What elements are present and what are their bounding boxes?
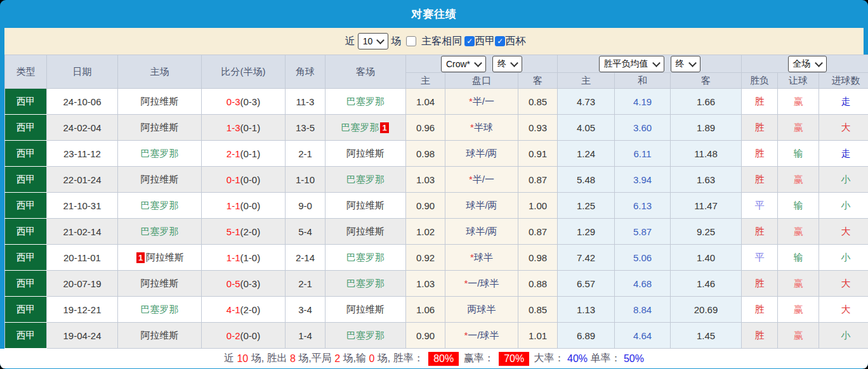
home-team-cell[interactable]: 阿拉维斯 bbox=[118, 167, 202, 193]
date-cell: 21-02-14 bbox=[47, 219, 118, 245]
summary-badge: 70% bbox=[499, 352, 529, 366]
handicap-home-odds-cell: 1.06 bbox=[406, 297, 445, 323]
score-cell: 2-1(0-1) bbox=[202, 141, 286, 167]
home-team-cell[interactable]: 阿拉维斯 bbox=[118, 115, 202, 141]
corners-cell: 1-10 bbox=[286, 167, 326, 193]
away-team-cell[interactable]: 巴塞罗那 bbox=[326, 245, 406, 271]
mean-draw-odds-cell: 5.87 bbox=[615, 219, 671, 245]
handicap-result-cell: 赢 bbox=[778, 271, 819, 297]
subheader-handicap-line: 盘口 bbox=[445, 73, 518, 89]
handicap-group-header: Crow* 终 bbox=[406, 55, 558, 73]
score-cell: 1-1(1-0) bbox=[202, 245, 286, 271]
scope-select[interactable]: 全场 bbox=[788, 56, 827, 72]
mean-away-odds-cell: 11.47 bbox=[671, 193, 742, 219]
cup-checkbox[interactable] bbox=[495, 36, 505, 46]
mean-home-odds-cell: 1.25 bbox=[558, 193, 615, 219]
handicap-line-cell: 球半/两 bbox=[445, 219, 518, 245]
home-team-cell[interactable]: 巴塞罗那 bbox=[118, 219, 202, 245]
corners-cell: 3-4 bbox=[286, 297, 326, 323]
col-header-home: 主场 bbox=[118, 55, 202, 89]
away-team-cell[interactable]: 阿拉维斯 bbox=[326, 297, 406, 323]
mean-home-odds-cell: 4.73 bbox=[558, 89, 615, 115]
summary-label: 单率： bbox=[588, 352, 624, 365]
summary-num: 0 bbox=[369, 353, 375, 365]
handicap-away-odds-cell: 0.87 bbox=[518, 219, 558, 245]
home-team-cell[interactable]: 1阿拉维斯 bbox=[118, 245, 202, 271]
league-cell: 西甲 bbox=[5, 193, 47, 219]
corners-cell: 11-3 bbox=[286, 89, 326, 115]
league-cell: 西甲 bbox=[5, 141, 47, 167]
handicap-home-odds-cell: 0.98 bbox=[406, 141, 445, 167]
away-team-cell[interactable]: 巴塞罗那 bbox=[326, 271, 406, 297]
table-row: 西甲20-11-011阿拉维斯1-1(1-0)2-14巴塞罗那0.92*球半0.… bbox=[5, 245, 868, 271]
away-team-cell[interactable]: 巴塞罗那1 bbox=[326, 115, 406, 141]
away-team-cell[interactable]: 阿拉维斯 bbox=[326, 193, 406, 219]
handicap-line-cell: *半球 bbox=[445, 115, 518, 141]
mean-home-odds-cell: 1.13 bbox=[558, 297, 615, 323]
home-team-cell[interactable]: 阿拉维斯 bbox=[118, 271, 202, 297]
result-cell: 胜 bbox=[742, 323, 778, 349]
goals-cell: 大 bbox=[819, 271, 868, 297]
summary-label: 场, 胜率： bbox=[374, 352, 426, 365]
handicap-home-odds-cell: 0.92 bbox=[406, 245, 445, 271]
handicap-home-odds-cell: 1.03 bbox=[406, 271, 445, 297]
date-cell: 22-01-24 bbox=[47, 167, 118, 193]
handicap-line-cell: 两球半 bbox=[445, 297, 518, 323]
mean-away-odds-cell: 9.25 bbox=[671, 219, 742, 245]
col-header-score: 比分(半场) bbox=[202, 55, 286, 89]
result-cell: 胜 bbox=[742, 141, 778, 167]
match-count-select[interactable]: 10 bbox=[358, 33, 389, 49]
same-venue-checkbox[interactable] bbox=[406, 36, 416, 46]
mean-home-odds-cell: 1.29 bbox=[558, 219, 615, 245]
away-team-cell[interactable]: 巴塞罗那 bbox=[326, 89, 406, 115]
subheader-mean-home: 主 bbox=[558, 73, 615, 89]
subheader-handicap-result: 让球 bbox=[778, 73, 819, 89]
home-team-cell[interactable]: 巴塞罗那 bbox=[118, 193, 202, 219]
mean-draw-odds-cell: 6.13 bbox=[615, 193, 671, 219]
bookmaker-time-select[interactable]: 终 bbox=[492, 56, 522, 72]
handicap-home-odds-cell: 0.90 bbox=[406, 193, 445, 219]
handicap-result-cell: 赢 bbox=[778, 323, 819, 349]
away-team-cell[interactable]: 巴塞罗那 bbox=[326, 323, 406, 349]
home-team-cell[interactable]: 阿拉维斯 bbox=[118, 89, 202, 115]
home-team-cell[interactable]: 巴塞罗那 bbox=[118, 297, 202, 323]
league-checkbox[interactable] bbox=[464, 36, 475, 46]
mean-home-odds-cell: 6.89 bbox=[558, 323, 615, 349]
handicap-away-odds-cell: 1.01 bbox=[518, 323, 558, 349]
away-team-cell[interactable]: 阿拉维斯 bbox=[326, 141, 406, 167]
mean-odds-time-select[interactable]: 终 bbox=[671, 56, 700, 72]
handicap-result-cell: 输 bbox=[778, 141, 819, 167]
summary-num: 8 bbox=[290, 353, 296, 365]
result-group-header: 全场 bbox=[742, 55, 868, 73]
mean-home-odds-cell: 7.42 bbox=[558, 245, 615, 271]
mean-draw-odds-cell: 3.94 bbox=[615, 167, 671, 193]
summary-label: 场, 胜出 bbox=[248, 352, 290, 365]
mean-away-odds-cell: 20.69 bbox=[671, 297, 742, 323]
handicap-line-cell: *半/一 bbox=[445, 167, 518, 193]
goals-cell: 走 bbox=[819, 141, 868, 167]
home-team-cell[interactable]: 阿拉维斯 bbox=[118, 323, 202, 349]
handicap-away-odds-cell: 1.00 bbox=[518, 193, 558, 219]
away-team-cell[interactable]: 阿拉维斯 bbox=[326, 219, 406, 245]
date-cell: 24-10-06 bbox=[47, 89, 118, 115]
mean-away-odds-cell: 1.46 bbox=[671, 271, 742, 297]
handicap-result-cell: 赢 bbox=[778, 115, 819, 141]
handicap-home-odds-cell: 1.04 bbox=[406, 89, 445, 115]
handicap-away-odds-cell: 0.85 bbox=[518, 297, 558, 323]
mean-home-odds-cell: 4.05 bbox=[558, 115, 615, 141]
corners-cell: 2-14 bbox=[286, 245, 326, 271]
table-row: 西甲19-04-24阿拉维斯0-2(0-0)1-4巴塞罗那0.90*一/球半1.… bbox=[5, 323, 868, 349]
goals-cell: 小 bbox=[819, 323, 868, 349]
away-team-cell[interactable]: 巴塞罗那 bbox=[326, 167, 406, 193]
col-header-away: 客场 bbox=[326, 55, 406, 89]
subheader-handicap-away: 客 bbox=[518, 73, 558, 89]
league-cell: 西甲 bbox=[5, 89, 47, 115]
home-team-cell[interactable]: 巴塞罗那 bbox=[118, 141, 202, 167]
bookmaker-select[interactable]: Crow* bbox=[441, 56, 486, 72]
handicap-result-cell: 赢 bbox=[778, 219, 819, 245]
league-cell: 西甲 bbox=[5, 219, 47, 245]
mean-odds-select[interactable]: 胜平负均值 bbox=[599, 56, 664, 72]
mean-draw-odds-cell: 4.19 bbox=[615, 89, 671, 115]
score-cell: 1-1(0-0) bbox=[202, 193, 286, 219]
result-cell: 平 bbox=[742, 245, 778, 271]
